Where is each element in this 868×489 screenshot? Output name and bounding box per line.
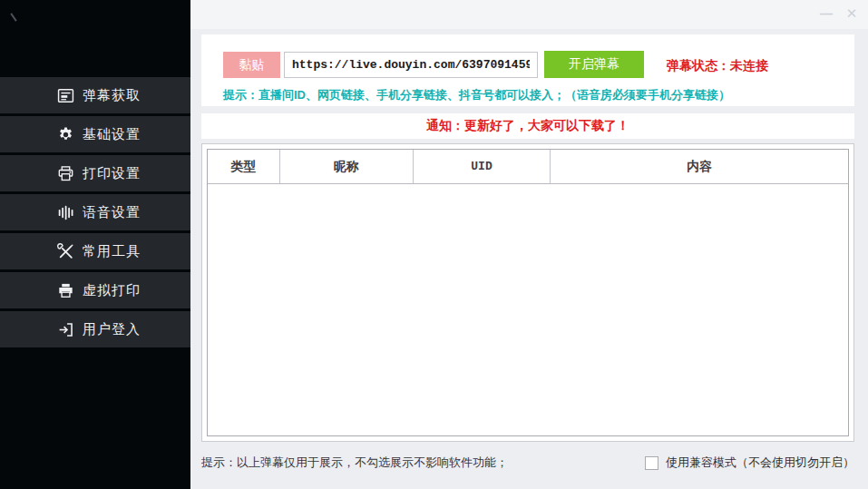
sidebar-item-label: 打印设置 — [83, 165, 141, 182]
status-value: 未连接 — [730, 58, 768, 73]
compat-mode-label: 使用兼容模式（不会使用切勿开启） — [666, 455, 854, 471]
danmaku-table-container: 类型 昵称 UID 内容 — [201, 143, 854, 442]
sidebar-item-print-settings[interactable]: 打印设置 — [0, 155, 190, 191]
minimize-button[interactable]: — — [814, 0, 839, 27]
sidebar-item-label: 常用工具 — [83, 243, 141, 260]
table-body-empty — [208, 184, 848, 435]
notice-text: 通知：更新好了，大家可以下载了！ — [426, 118, 629, 134]
printer-icon — [56, 164, 74, 182]
danmaku-table: 类型 昵称 UID 内容 — [207, 149, 849, 436]
sidebar: 弹幕获取 基础设置 — [0, 0, 190, 489]
column-header-uid: UID — [414, 150, 551, 183]
danmaku-list-icon — [56, 86, 74, 104]
connect-hint: 提示：直播间ID、网页链接、手机分享链接、抖音号都可以接入；（语音房必须要手机分… — [223, 87, 730, 103]
sidebar-item-user-login[interactable]: 用户登入 — [0, 311, 190, 347]
sidebar-menu: 弹幕获取 基础设置 — [0, 77, 190, 350]
voice-bars-icon — [56, 203, 74, 221]
sidebar-item-common-tools[interactable]: 常用工具 — [0, 233, 190, 269]
start-danmaku-button[interactable]: 开启弹幕 — [544, 51, 644, 78]
sidebar-item-label: 虚拟打印 — [83, 282, 141, 299]
sidebar-item-label: 弹幕获取 — [83, 87, 141, 104]
sidebar-item-virtual-print[interactable]: 虚拟打印 — [0, 272, 190, 308]
sidebar-item-basic-settings[interactable]: 基础设置 — [0, 116, 190, 152]
logo-mark — [10, 13, 16, 21]
table-header-row: 类型 昵称 UID 内容 — [208, 150, 848, 184]
compat-mode-toggle[interactable]: 使用兼容模式（不会使用切勿开启） — [645, 455, 854, 471]
column-header-content: 内容 — [551, 150, 848, 183]
danmaku-status: 弹幕状态：未连接 — [667, 58, 768, 74]
sidebar-item-label: 用户登入 — [83, 321, 141, 338]
footer-hint: 提示：以上弹幕仅用于展示，不勾选展示不影响软件功能； — [201, 455, 508, 471]
titlebar: — ✕ — [190, 0, 868, 29]
footer-bar: 提示：以上弹幕仅用于展示，不勾选展示不影响软件功能； 使用兼容模式（不会使用切勿… — [201, 453, 854, 473]
virtual-printer-icon — [56, 281, 74, 299]
sidebar-item-voice-settings[interactable]: 语音设置 — [0, 194, 190, 230]
gear-icon — [56, 125, 74, 143]
sidebar-item-label: 基础设置 — [83, 126, 141, 143]
room-url-input[interactable] — [284, 52, 538, 78]
column-header-type: 类型 — [208, 150, 280, 183]
connect-panel: 黏贴 开启弹幕 弹幕状态：未连接 提示：直播间ID、网页链接、手机分享链接、抖音… — [201, 34, 854, 106]
sidebar-item-label: 语音设置 — [83, 204, 141, 221]
app-window: 弹幕获取 基础设置 — [0, 0, 868, 489]
sidebar-item-danmaku-capture[interactable]: 弹幕获取 — [0, 77, 190, 113]
login-icon — [56, 320, 74, 338]
close-button[interactable]: ✕ — [839, 0, 864, 27]
status-label: 弹幕状态： — [667, 58, 730, 73]
column-header-nickname: 昵称 — [280, 150, 414, 183]
notice-panel: 通知：更新好了，大家可以下载了！ — [201, 113, 854, 139]
tools-icon — [56, 242, 74, 260]
compat-mode-checkbox[interactable] — [645, 456, 658, 470]
main-area: — ✕ 黏贴 开启弹幕 弹幕状态：未连接 提示：直播间ID、网页链接、手机分享链… — [190, 0, 868, 489]
paste-button[interactable]: 黏贴 — [223, 52, 280, 78]
